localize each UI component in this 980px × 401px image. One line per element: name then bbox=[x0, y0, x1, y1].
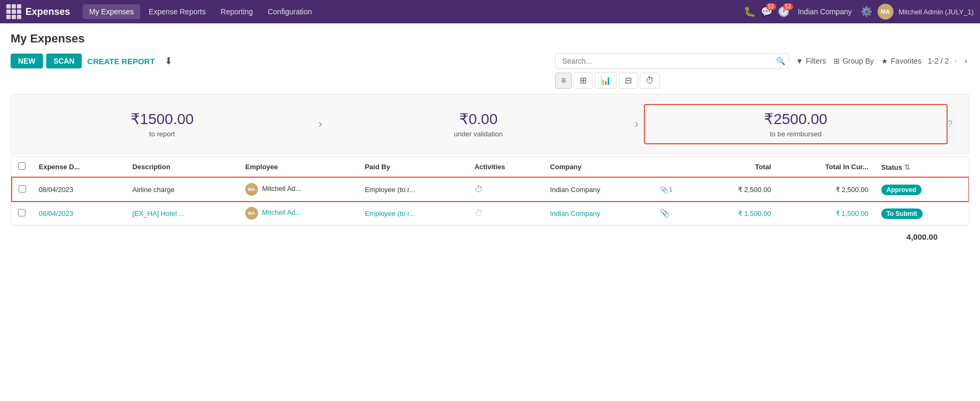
chart-view-button[interactable]: 📊 bbox=[595, 72, 617, 89]
search-icon[interactable]: 🔍 bbox=[776, 57, 785, 65]
col-employee[interactable]: Employee bbox=[239, 157, 358, 177]
kanban-view-button[interactable]: ⊞ bbox=[574, 72, 592, 89]
top-navigation: Expenses My Expenses Expense Reports Rep… bbox=[0, 0, 980, 23]
table-row[interactable]: 08/04/2023 Airline charge MA Mitchell Ad… bbox=[12, 177, 969, 202]
row2-employee-avatar: MA bbox=[245, 207, 258, 220]
arrow-2: › bbox=[629, 117, 643, 131]
messages-icon-button[interactable]: 💬 53 bbox=[761, 6, 772, 18]
row2-date[interactable]: 08/04/2023 bbox=[32, 202, 126, 225]
download-button[interactable]: ⬇ bbox=[160, 53, 177, 69]
row1-date[interactable]: 08/04/2023 bbox=[32, 177, 126, 202]
col-description[interactable]: Description bbox=[126, 157, 239, 177]
row2-description[interactable]: [EX_HA] Hotel ... bbox=[126, 202, 239, 225]
row1-activity-icon[interactable]: ⏱ bbox=[475, 185, 483, 194]
row2-attach: 📎 bbox=[654, 202, 698, 225]
arrow-1: › bbox=[313, 117, 327, 131]
row1-checkbox-cell[interactable] bbox=[12, 177, 32, 202]
row2-total-value: ₹ 1,500.00 bbox=[738, 210, 771, 217]
select-all-header[interactable] bbox=[12, 157, 32, 177]
list-view-button[interactable]: ≡ bbox=[555, 73, 572, 89]
next-page-button[interactable]: › bbox=[962, 55, 969, 67]
user-name[interactable]: Mitchell Admin (JULY_1) bbox=[899, 8, 974, 16]
row1-attach: 📎 1 bbox=[654, 177, 698, 202]
prev-page-button[interactable]: ‹ bbox=[952, 55, 959, 67]
filter-icon: ▼ bbox=[796, 57, 803, 65]
row1-status: Approved bbox=[875, 177, 969, 202]
row1-activity[interactable]: ⏱ bbox=[468, 177, 544, 202]
row2-checkbox[interactable] bbox=[18, 209, 25, 216]
to-report-label: to report bbox=[22, 130, 302, 138]
footer-total: 4,000.00 bbox=[11, 226, 969, 243]
pagination-info: 1-2 / 2 ‹ › bbox=[928, 55, 969, 67]
star-icon: ★ bbox=[881, 57, 888, 65]
row2-activity[interactable]: ⏱ bbox=[468, 202, 544, 225]
row1-company: Indian Company bbox=[544, 177, 654, 202]
create-report-button[interactable]: CREATE REPORT bbox=[85, 54, 157, 69]
search-input[interactable] bbox=[555, 53, 789, 69]
summary-under-validation[interactable]: ₹0.00 under validation bbox=[328, 110, 629, 138]
row1-total-cur: ₹ 2,500.00 bbox=[777, 177, 874, 202]
col-expense-date[interactable]: Expense D... bbox=[32, 157, 126, 177]
under-validation-label: under validation bbox=[338, 130, 618, 138]
group-by-button[interactable]: ⊞ Group By bbox=[833, 57, 874, 65]
col-paid-by[interactable]: Paid By bbox=[358, 157, 468, 177]
nav-configuration[interactable]: Configuration bbox=[261, 4, 318, 19]
row2-activity-icon[interactable]: ⏱ bbox=[475, 208, 483, 217]
row2-attach-icon[interactable]: 📎 bbox=[660, 208, 670, 217]
summary-to-report[interactable]: ₹1500.00 to report bbox=[11, 110, 313, 138]
row1-employee: MA Mitchell Ad... bbox=[239, 177, 358, 202]
filters-button[interactable]: ▼ Filters bbox=[796, 57, 826, 65]
row1-attach-badge[interactable]: 📎 1 bbox=[660, 186, 673, 194]
row1-checkbox[interactable] bbox=[19, 185, 26, 193]
bug-icon-button[interactable]: 🐛 bbox=[744, 6, 755, 18]
to-be-reimbursed-amount: ₹2500.00 bbox=[656, 110, 936, 128]
to-be-reimbursed-label: to be reimbursed bbox=[656, 130, 936, 138]
nav-expense-reports[interactable]: Expense Reports bbox=[142, 4, 212, 19]
table-row[interactable]: 08/04/2023 [EX_HA] Hotel ... MA Mitchell… bbox=[12, 202, 969, 225]
main-content: My Expenses NEW SCAN CREATE REPORT ⬇ 🔍 ▼… bbox=[0, 23, 980, 252]
row2-status-badge: To Submit bbox=[881, 208, 923, 219]
sort-icon[interactable]: ⇅ bbox=[904, 163, 910, 171]
clock-icon-button[interactable]: 🕐 53 bbox=[778, 6, 789, 18]
row2-employee-name: Mitchell Ad... bbox=[262, 208, 302, 216]
settings-tools-icon[interactable]: ⚙️ bbox=[861, 6, 872, 18]
row2-date-link[interactable]: 08/04/2023 bbox=[39, 210, 73, 217]
help-icon[interactable]: ? bbox=[948, 119, 969, 129]
to-report-amount: ₹1500.00 bbox=[22, 110, 302, 128]
col-activities[interactable]: Activities bbox=[468, 157, 544, 177]
row2-description-link[interactable]: [EX_HA] Hotel ... bbox=[132, 210, 184, 217]
page-title: My Expenses bbox=[11, 32, 969, 46]
col-company[interactable]: Company bbox=[544, 157, 654, 177]
brand-name[interactable]: Expenses bbox=[25, 6, 70, 18]
nav-right-area: 🐛 💬 53 🕐 53 Indian Company ⚙️ MA Mitchel… bbox=[744, 4, 974, 20]
col-total-cur[interactable]: Total In Cur... bbox=[777, 157, 874, 177]
pivot-view-button[interactable]: ⊟ bbox=[619, 72, 638, 89]
select-all-checkbox[interactable] bbox=[18, 162, 25, 170]
paperclip-icon: 📎 bbox=[660, 186, 668, 194]
new-button[interactable]: NEW bbox=[11, 54, 43, 68]
nav-reporting[interactable]: Reporting bbox=[214, 4, 260, 19]
row1-paid-by: Employee (to r... bbox=[358, 177, 468, 202]
activity-view-button[interactable]: ⏱ bbox=[640, 73, 660, 89]
favorites-button[interactable]: ★ Favorites bbox=[881, 57, 922, 65]
row2-paid-by: Employee (to r... bbox=[358, 202, 468, 225]
col-status[interactable]: Status ⇅ bbox=[875, 157, 969, 177]
table-header-row: Expense D... Description Employee Paid B… bbox=[12, 157, 969, 177]
scan-button[interactable]: SCAN bbox=[46, 54, 82, 68]
summary-bar: ₹1500.00 to report › ₹0.00 under validat… bbox=[11, 94, 969, 154]
clock-badge: 53 bbox=[783, 3, 793, 10]
row1-status-badge: Approved bbox=[881, 185, 922, 195]
col-total[interactable]: Total bbox=[698, 157, 777, 177]
row2-total: ₹ 1,500.00 bbox=[698, 202, 777, 225]
row1-employee-name: Mitchell Ad... bbox=[262, 185, 302, 193]
summary-to-be-reimbursed[interactable]: ₹2500.00 to be reimbursed bbox=[644, 104, 948, 144]
apps-grid-icon[interactable] bbox=[6, 4, 21, 19]
company-name[interactable]: Indian Company bbox=[798, 7, 852, 16]
row2-checkbox-cell[interactable] bbox=[12, 202, 32, 225]
row1-employee-avatar: MA bbox=[245, 183, 258, 196]
filter-buttons: ▼ Filters ⊞ Group By ★ Favorites bbox=[796, 57, 922, 65]
row1-description[interactable]: Airline charge bbox=[126, 177, 239, 202]
row2-company-link: Indian Company bbox=[550, 210, 600, 217]
nav-my-expenses[interactable]: My Expenses bbox=[83, 4, 140, 19]
user-avatar[interactable]: MA bbox=[878, 4, 893, 20]
